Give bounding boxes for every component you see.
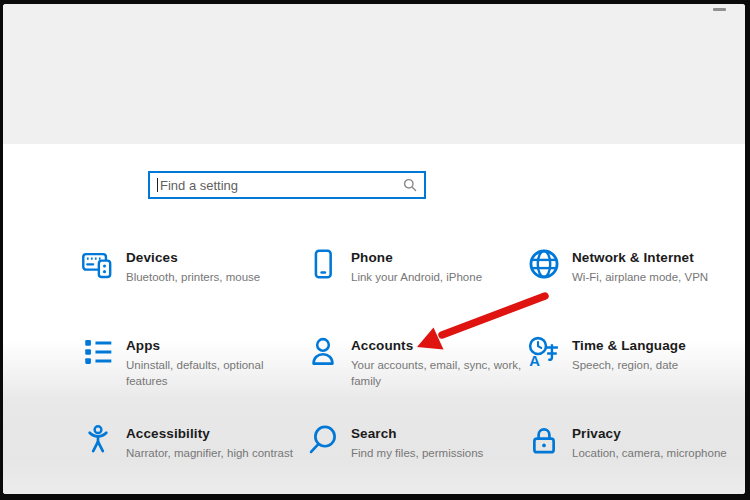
tile-subtitle: Bluetooth, printers, mouse bbox=[126, 269, 304, 285]
accessibility-person-icon bbox=[81, 423, 115, 457]
tile-subtitle: Find my files, permissions bbox=[351, 445, 529, 461]
tile-title: Phone bbox=[351, 250, 529, 266]
tile-title: Privacy bbox=[572, 426, 745, 442]
svg-text:A: A bbox=[529, 353, 540, 369]
tile-devices[interactable]: Devices Bluetooth, printers, mouse bbox=[81, 250, 304, 285]
minimize-icon[interactable] bbox=[713, 8, 726, 11]
magnifier-icon bbox=[403, 178, 417, 192]
time-language-icon: A bbox=[527, 335, 561, 369]
tile-subtitle: Speech, region, date bbox=[572, 357, 745, 373]
privacy-lock-icon bbox=[527, 423, 561, 457]
find-a-setting-searchbox[interactable] bbox=[148, 171, 426, 199]
tile-title: Search bbox=[351, 426, 529, 442]
tile-title: Network & Internet bbox=[572, 250, 745, 266]
tile-title: Apps bbox=[126, 338, 304, 354]
tile-accessibility[interactable]: Accessibility Narrator, magnifier, high … bbox=[81, 426, 304, 461]
accounts-person-icon bbox=[306, 335, 340, 369]
settings-window: Devices Bluetooth, printers, mouse Phone… bbox=[3, 4, 745, 494]
tile-subtitle: Your accounts, email, sync, work, family bbox=[351, 357, 529, 389]
tile-subtitle: Narrator, magnifier, high contrast bbox=[126, 445, 304, 461]
tile-phone[interactable]: Phone Link your Android, iPhone bbox=[306, 250, 529, 285]
devices-icon bbox=[81, 247, 115, 281]
tile-title: Devices bbox=[126, 250, 304, 266]
text-caret bbox=[157, 178, 158, 192]
tile-subtitle: Uninstall, defaults, optional features bbox=[126, 357, 304, 389]
settings-home-content: Devices Bluetooth, printers, mouse Phone… bbox=[3, 144, 745, 494]
phone-icon bbox=[306, 247, 340, 281]
tile-time-language[interactable]: A Time & Language Speech, region, date bbox=[527, 338, 745, 373]
top-gray-band bbox=[3, 4, 745, 144]
tile-title: Time & Language bbox=[572, 338, 745, 354]
tile-subtitle: Location, camera, microphone bbox=[572, 445, 745, 461]
tile-privacy[interactable]: Privacy Location, camera, microphone bbox=[527, 426, 745, 461]
apps-list-icon bbox=[81, 335, 115, 369]
tile-title: Accessibility bbox=[126, 426, 304, 442]
tile-accounts[interactable]: Accounts Your accounts, email, sync, wor… bbox=[306, 338, 529, 389]
tile-apps[interactable]: Apps Uninstall, defaults, optional featu… bbox=[81, 338, 304, 389]
search-magnifier-icon bbox=[306, 423, 340, 457]
tile-search[interactable]: Search Find my files, permissions bbox=[306, 426, 529, 461]
tile-subtitle: Wi-Fi, airplane mode, VPN bbox=[572, 269, 745, 285]
tile-subtitle: Link your Android, iPhone bbox=[351, 269, 529, 285]
network-globe-icon bbox=[527, 247, 561, 281]
search-input[interactable] bbox=[150, 173, 424, 197]
tile-title: Accounts bbox=[351, 338, 529, 354]
tile-network-internet[interactable]: Network & Internet Wi-Fi, airplane mode,… bbox=[527, 250, 745, 285]
